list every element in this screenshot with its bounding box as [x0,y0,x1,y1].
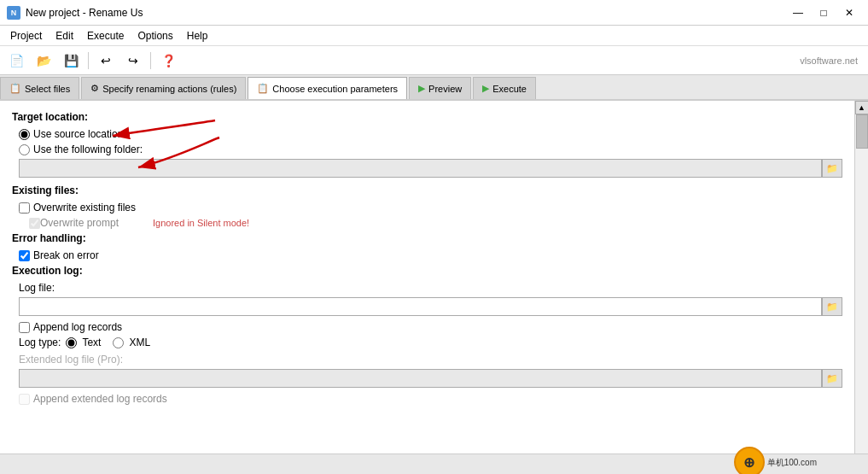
logo-plus: ⊕ [743,454,754,471]
tab-select-files[interactable]: 📋 Select files [0,77,79,99]
append-log-item: Append log records [19,321,842,333]
tab-choose-params-icon: 📋 [257,83,269,94]
log-file-row: 📁 [19,297,842,316]
tabstrip: 📋 Select files ⚙ Specify renaming action… [0,75,868,101]
tab-specify-rules-icon: ⚙ [90,83,99,94]
radio-group-target: Use source location Use the following fo… [19,128,842,155]
extended-browse-button[interactable]: 📁 [822,369,842,388]
log-browse-button[interactable]: 📁 [822,297,842,316]
overwrite-prompt-row: Overwrite prompt Ignored in Silent mode! [29,217,842,229]
target-location-title: Target location: [12,111,842,123]
scrollbar: ▲ ▼ [854,101,868,474]
maximize-button[interactable]: □ [812,3,836,22]
break-on-error-checkbox[interactable] [19,250,30,261]
target-location-section: Target location: Use source location Use… [12,111,842,178]
app-icon: N [7,6,20,20]
tab-preview[interactable]: ▶ Preview [409,77,471,99]
extended-log-input[interactable] [19,369,822,388]
toolbar-separator2 [150,52,151,69]
error-handling-section: Error handling: Break on error [12,232,842,261]
menu-execute[interactable]: Execute [80,28,131,44]
scrollbar-thumb[interactable] [856,114,868,149]
menu-help[interactable]: Help [180,28,215,44]
folder-row: 📁 [19,159,842,178]
tab-select-files-label: Select files [25,84,70,94]
overwrite-existing-label: Overwrite existing files [33,202,136,214]
tab-preview-icon: ▶ [418,83,425,94]
tab-choose-params[interactable]: 📋 Choose execution parameters [248,77,407,99]
break-on-error-label: Break on error [33,249,99,261]
tab-execute[interactable]: ▶ Execute [473,77,536,99]
radio-use-folder: Use the following folder: [19,143,842,155]
toolbar-save[interactable]: 💾 [58,50,84,72]
overwrite-existing-checkbox[interactable] [19,202,30,214]
overwrite-prompt-label: Overwrite prompt [40,217,119,229]
radio-use-source-input[interactable] [19,129,30,140]
tab-preview-label: Preview [428,84,462,94]
statusbar: ⊕ 单机100.com [0,454,868,474]
extended-log-row: 📁 [19,369,842,388]
toolbar: 📄 📂 💾 ↩ ↪ ❓ vlsoftware.net [0,46,868,75]
brand-text: vlsoftware.net [800,56,865,66]
titlebar-left: N New project - Rename Us [7,6,143,20]
scrollbar-up[interactable]: ▲ [855,101,869,114]
radio-use-source-label: Use source location [33,128,123,140]
corner-logo: ⊕ 单机100.com [734,447,817,474]
execution-log-title: Execution log: [12,265,842,277]
menu-options[interactable]: Options [131,28,179,44]
tab-specify-rules[interactable]: ⚙ Specify renaming actions (rules) [81,77,246,99]
append-log-label: Append log records [33,321,122,333]
scrollbar-track[interactable] [856,114,868,460]
folder-browse-button[interactable]: 📁 [822,159,842,178]
log-type-text-label: Text [82,336,101,348]
logo-text-block: 单机100.com [767,457,817,468]
logo-text-line1: 单机100.com [767,457,817,468]
extended-browse-icon: 📁 [826,373,838,384]
append-extended-label: Append extended log records [33,393,167,405]
toolbar-new[interactable]: 📄 [3,50,29,72]
toolbar-redo[interactable]: ↪ [120,50,146,72]
content-area: Target location: Use source location Use… [0,101,854,474]
radio-use-folder-label: Use the following folder: [33,143,143,155]
existing-files-title: Existing files: [12,184,842,196]
folder-path-input[interactable] [19,159,822,178]
log-file-input[interactable] [19,297,822,316]
extended-log-label: Extended log file (Pro): [19,354,842,366]
menu-project[interactable]: Project [3,28,49,44]
log-type-row: Log type: Text XML [19,336,842,348]
minimize-button[interactable]: — [786,3,810,22]
error-handling-title: Error handling: [12,232,842,244]
toolbar-undo[interactable]: ↩ [93,50,119,72]
logo-circle: ⊕ [734,447,765,474]
log-type-text-radio[interactable] [66,337,77,348]
main-content: Target location: Use source location Use… [0,101,868,474]
tab-execute-label: Execute [492,84,527,94]
radio-use-folder-input[interactable] [19,144,30,155]
tab-choose-params-label: Choose execution parameters [272,84,398,94]
menu-edit[interactable]: Edit [49,28,80,44]
append-log-checkbox[interactable] [19,322,30,333]
log-file-label: Log file: [19,282,842,294]
break-on-error-item: Break on error [19,249,842,261]
tab-select-files-icon: 📋 [9,83,21,94]
tab-specify-rules-label: Specify renaming actions (rules) [102,84,236,94]
toolbar-separator [88,52,89,69]
titlebar: N New project - Rename Us — □ ✕ [0,0,868,26]
folder-browse-icon: 📁 [826,163,838,174]
radio-use-source: Use source location [19,128,842,140]
titlebar-controls: — □ ✕ [786,3,861,22]
log-browse-icon: 📁 [826,301,838,313]
append-extended-checkbox[interactable] [19,394,30,405]
append-extended-item: Append extended log records [19,393,842,405]
existing-files-section: Existing files: Overwrite existing files… [12,184,842,229]
silent-mode-label: Ignored in Silent mode! [153,218,249,228]
log-file-label-text: Log file: [19,282,55,294]
tab-execute-icon: ▶ [482,83,489,94]
toolbar-help[interactable]: ❓ [155,50,181,72]
log-type-xml-radio[interactable] [113,337,124,348]
log-type-label: Log type: [19,336,61,348]
close-button[interactable]: ✕ [837,3,861,22]
toolbar-open[interactable]: 📂 [31,50,56,72]
overwrite-prompt-checkbox[interactable] [29,218,40,229]
menubar: Project Edit Execute Options Help [0,26,868,46]
